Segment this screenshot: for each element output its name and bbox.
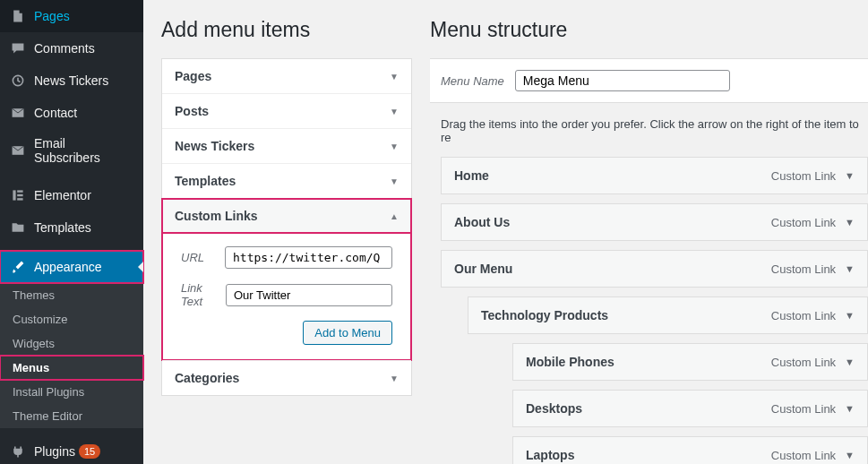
add-menu-items-heading: Add menu items <box>161 18 412 42</box>
mail-icon <box>9 104 27 122</box>
link-text-label: Link Text <box>181 281 226 308</box>
accordion-categories[interactable]: Categories▼ <box>162 360 411 395</box>
appearance-submenu: Themes Customize Widgets Menus Install P… <box>0 283 143 428</box>
menu-structure-heading: Menu structure <box>430 18 868 42</box>
menu-item-type: Custom Link ▼ <box>771 402 855 416</box>
drag-instruction: Drag the items into the order you prefer… <box>441 117 868 144</box>
chevron-down-icon: ▼ <box>390 107 399 116</box>
svg-rect-6 <box>17 198 22 200</box>
sidebar-label: Pages <box>34 9 70 23</box>
url-label: URL <box>181 251 225 264</box>
menu-item[interactable]: Our MenuCustom Link ▼ <box>441 250 868 288</box>
submenu-themes[interactable]: Themes <box>0 283 143 307</box>
svg-rect-4 <box>17 190 22 192</box>
menu-item-title: About Us <box>454 215 510 229</box>
sidebar-label: Plugins <box>34 444 75 459</box>
sidebar-label: Contact <box>34 106 77 120</box>
plugin-update-badge: 15 <box>79 444 100 459</box>
chevron-down-icon: ▼ <box>390 374 399 383</box>
main-content: Add menu items Pages▼ Posts▼ News Ticker… <box>143 0 868 464</box>
elementor-icon <box>9 186 27 204</box>
chevron-down-icon[interactable]: ▼ <box>845 357 855 367</box>
chevron-down-icon[interactable]: ▼ <box>845 403 855 414</box>
menu-items-list: HomeCustom Link ▼About UsCustom Link ▼Ou… <box>430 157 868 464</box>
sidebar-label: Appearance <box>34 260 102 274</box>
menu-item-title: Home <box>454 168 489 183</box>
sidebar-item-appearance[interactable]: Appearance <box>0 251 143 283</box>
sidebar-item-comments[interactable]: Comments <box>0 32 143 64</box>
menu-item-type: Custom Link ▼ <box>771 262 855 276</box>
accordion-templates[interactable]: Templates▼ <box>162 164 411 199</box>
submenu-install-plugins[interactable]: Install Plugins <box>0 380 143 404</box>
accordion-pages[interactable]: Pages▼ <box>162 59 411 94</box>
menu-item[interactable]: Technology ProductsCustom Link ▼ <box>468 296 868 334</box>
custom-links-panel: URL Link Text Add to Menu <box>161 232 412 361</box>
menu-item-title: Desktops <box>526 401 582 416</box>
accordion-custom-links[interactable]: Custom Links▲ <box>162 199 411 233</box>
accordion-posts[interactable]: Posts▼ <box>162 94 411 129</box>
sidebar-item-elementor[interactable]: Elementor <box>0 179 143 211</box>
sidebar-item-pages[interactable]: Pages <box>0 0 143 32</box>
accordion-news-tickers[interactable]: News Tickers▼ <box>162 129 411 164</box>
chevron-down-icon[interactable]: ▼ <box>845 310 855 321</box>
submenu-menus[interactable]: Menus <box>0 356 143 380</box>
sidebar-label: News Tickers <box>34 73 108 88</box>
menu-item-type: Custom Link ▼ <box>771 449 855 462</box>
brush-icon <box>9 258 27 276</box>
menu-item-type: Custom Link ▼ <box>771 356 855 369</box>
sidebar-label: Comments <box>34 41 95 56</box>
chevron-down-icon: ▼ <box>390 176 399 186</box>
menu-item-title: Technology Products <box>481 308 608 322</box>
link-text-input[interactable] <box>226 284 392 306</box>
menu-item[interactable]: DesktopsCustom Link ▼ <box>512 390 868 427</box>
chevron-down-icon[interactable]: ▼ <box>845 263 855 274</box>
sidebar-item-email-subscribers[interactable]: Email Subscribers <box>0 129 143 172</box>
menu-item[interactable]: Mobile PhonesCustom Link ▼ <box>512 343 868 381</box>
chevron-down-icon: ▼ <box>390 142 399 151</box>
sidebar-item-plugins[interactable]: Plugins 15 <box>0 435 143 464</box>
menu-item-title: Our Menu <box>454 262 512 276</box>
sidebar-item-news-tickers[interactable]: News Tickers <box>0 64 143 97</box>
sidebar-item-contact[interactable]: Contact <box>0 97 143 129</box>
page-icon <box>9 7 27 25</box>
chevron-down-icon[interactable]: ▼ <box>845 217 855 228</box>
sidebar-label: Templates <box>34 220 91 235</box>
svg-rect-3 <box>13 190 15 200</box>
svg-rect-5 <box>17 194 22 196</box>
menu-item[interactable]: About UsCustom Link ▼ <box>441 203 868 241</box>
menu-name-label: Menu Name <box>441 74 504 88</box>
submenu-customize[interactable]: Customize <box>0 307 143 331</box>
chevron-down-icon[interactable]: ▼ <box>845 450 855 460</box>
admin-sidebar: Pages Comments News Tickers Contact Emai… <box>0 0 143 464</box>
menu-name-input[interactable] <box>515 70 730 91</box>
menu-item-title: Mobile Phones <box>526 355 614 369</box>
add-items-accordion: Pages▼ Posts▼ News Tickers▼ Templates▼ C… <box>161 58 412 396</box>
menu-name-row: Menu Name <box>430 58 868 103</box>
menu-item-type: Custom Link ▼ <box>771 216 855 229</box>
menu-item[interactable]: HomeCustom Link ▼ <box>441 157 868 194</box>
clock-icon <box>9 72 27 90</box>
plug-icon <box>9 443 27 460</box>
sidebar-label: Email Subscribers <box>34 136 134 165</box>
chevron-down-icon: ▼ <box>390 72 399 82</box>
sidebar-item-templates[interactable]: Templates <box>0 211 143 244</box>
submenu-theme-editor[interactable]: Theme Editor <box>0 404 143 428</box>
url-input[interactable] <box>225 246 392 269</box>
menu-item[interactable]: LaptopsCustom Link ▼ <box>512 436 868 464</box>
chevron-down-icon[interactable]: ▼ <box>845 170 855 181</box>
menu-item-title: Laptops <box>526 448 574 462</box>
comment-icon <box>9 39 27 57</box>
chevron-up-icon: ▲ <box>390 211 399 221</box>
submenu-widgets[interactable]: Widgets <box>0 331 143 356</box>
menu-item-type: Custom Link ▼ <box>771 169 855 183</box>
menu-item-type: Custom Link ▼ <box>771 309 855 322</box>
mail-icon <box>9 142 27 159</box>
sidebar-label: Elementor <box>34 188 91 202</box>
folder-icon <box>9 219 27 236</box>
add-to-menu-button[interactable]: Add to Menu <box>303 321 392 345</box>
